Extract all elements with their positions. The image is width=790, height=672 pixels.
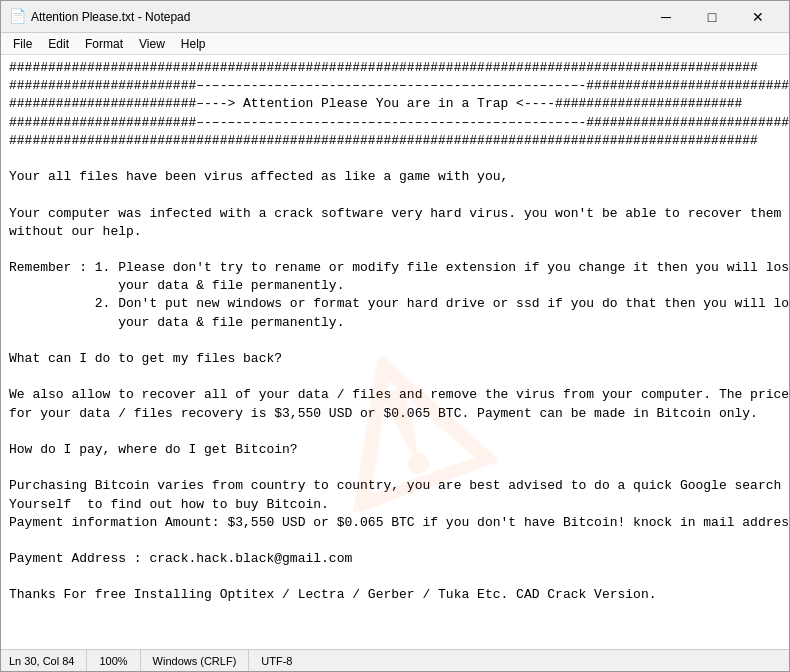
status-bar: Ln 30, Col 84 100% Windows (CRLF) UTF-8: [1, 649, 789, 671]
window-title: Attention Please.txt - Notepad: [31, 10, 643, 24]
menu-help[interactable]: Help: [173, 35, 214, 53]
app-icon: 📄: [9, 9, 25, 25]
window-controls: ─ □ ✕: [643, 1, 781, 33]
status-line-ending: Windows (CRLF): [141, 650, 250, 671]
text-editor-container[interactable]: ########################################…: [1, 55, 789, 609]
maximize-button[interactable]: □: [689, 1, 735, 33]
menu-bar: File Edit Format View Help: [1, 33, 789, 55]
status-zoom: 100%: [87, 650, 140, 671]
menu-file[interactable]: File: [5, 35, 40, 53]
menu-view[interactable]: View: [131, 35, 173, 53]
menu-format[interactable]: Format: [77, 35, 131, 53]
status-line-col: Ln 30, Col 84: [9, 650, 87, 671]
title-bar: 📄 Attention Please.txt - Notepad ─ □ ✕: [1, 1, 789, 33]
notepad-window: 📄 Attention Please.txt - Notepad ─ □ ✕ F…: [0, 0, 790, 672]
close-button[interactable]: ✕: [735, 1, 781, 33]
menu-edit[interactable]: Edit: [40, 35, 77, 53]
minimize-button[interactable]: ─: [643, 1, 689, 33]
text-content[interactable]: ########################################…: [9, 59, 781, 605]
status-encoding: UTF-8: [249, 650, 304, 671]
